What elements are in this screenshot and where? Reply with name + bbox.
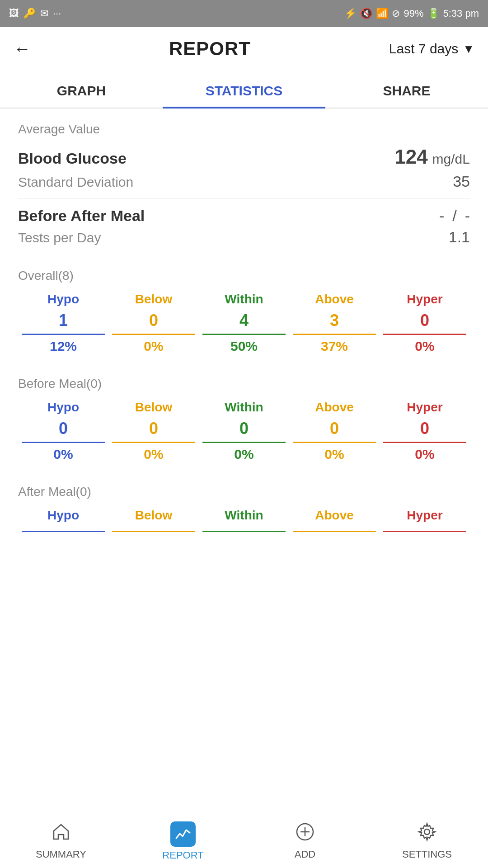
divider-1: [18, 198, 470, 199]
nav-item-add[interactable]: ADD: [244, 822, 366, 860]
stats-category-label: Within: [225, 508, 263, 523]
period-selector[interactable]: Last 7 days ▼: [389, 41, 474, 57]
stats-col-below: Below: [108, 508, 199, 536]
stats-category-label: Hypo: [47, 292, 79, 307]
nav-add-label: ADD: [295, 849, 315, 860]
no-signal-icon: ⊘: [392, 8, 400, 19]
blood-glucose-value-group: 124 mg/dL: [394, 146, 470, 168]
nav-settings-label: SETTINGS: [402, 849, 452, 860]
before-after-values: - / -: [439, 207, 470, 225]
tab-graph[interactable]: GRAPH: [0, 71, 163, 108]
mail-icon: ✉: [40, 8, 48, 19]
header: ← REPORT Last 7 days ▼: [0, 27, 488, 71]
stats-count-value: 4: [202, 311, 286, 335]
wifi-icon: 📶: [376, 8, 388, 19]
before-after-meal-label: Before After Meal: [18, 207, 145, 225]
stats-col-hyper: Hyper00%: [380, 292, 470, 354]
tab-share[interactable]: SHARE: [325, 71, 488, 108]
bottom-navigation: SUMMARY REPORT ADD SETTINGS: [0, 814, 488, 868]
status-bar-right: ⚡ 🔇 📶 ⊘ 99% 🔋 5:33 pm: [344, 8, 479, 19]
stats-category-label: Within: [225, 400, 263, 415]
std-dev-row: Standard Deviation 35: [18, 173, 470, 190]
stats-count-value: [202, 527, 286, 532]
stats-count-value: [293, 527, 376, 532]
stats-category-label: Above: [315, 400, 354, 415]
stats-col-within: Within00%: [199, 400, 289, 462]
before-meal-title: Before Meal(0): [18, 377, 470, 391]
stats-pct-value: 37%: [321, 339, 348, 354]
blood-glucose-value: 124: [394, 146, 427, 168]
nav-report-label: REPORT: [162, 849, 203, 861]
chevron-down-icon: ▼: [463, 42, 474, 56]
stats-col-above: Above00%: [289, 400, 380, 462]
key-icon: 🔑: [23, 8, 36, 19]
nav-item-settings[interactable]: SETTINGS: [366, 822, 488, 860]
home-icon: [51, 822, 71, 846]
after-meal-title: After Meal(0): [18, 485, 470, 499]
stats-count-value: 0: [202, 419, 286, 443]
stats-count-value: 1: [22, 311, 105, 335]
stats-col-within: Within: [199, 508, 289, 536]
stats-pct-value: 50%: [230, 339, 258, 354]
nav-item-report[interactable]: REPORT: [122, 821, 244, 861]
stats-category-label: Above: [315, 292, 354, 307]
stats-col-hypo: Hypo112%: [18, 292, 108, 354]
after-meal-value: -: [465, 207, 470, 225]
nav-item-summary[interactable]: SUMMARY: [0, 822, 122, 860]
stats-pct-value: 0%: [415, 447, 434, 462]
tests-per-day-value: 1.1: [449, 228, 470, 246]
page-title: REPORT: [169, 38, 251, 60]
nav-summary-label: SUMMARY: [36, 849, 86, 860]
stats-category-label: Below: [135, 292, 172, 307]
stats-category-label: Within: [225, 292, 263, 307]
overall-grid: Hypo112%Below00%Within450%Above337%Hyper…: [18, 292, 470, 354]
before-after-meal-row: Before After Meal - / -: [18, 207, 470, 225]
stats-count-value: 0: [22, 419, 105, 443]
after-meal-grid: HypoBelowWithinAboveHyper: [18, 508, 470, 536]
stats-count-value: 0: [383, 419, 466, 443]
status-bar-left: 🖼 🔑 ✉ ···: [9, 8, 61, 19]
gear-icon: [417, 822, 437, 846]
blood-glucose-unit: mg/dL: [432, 151, 470, 167]
tests-per-day-label: Tests per Day: [18, 230, 101, 245]
before-meal-value: -: [439, 207, 444, 225]
blood-glucose-row: Blood Glucose 124 mg/dL: [18, 146, 470, 168]
tab-statistics[interactable]: STATISTICS: [163, 71, 325, 108]
period-label: Last 7 days: [389, 41, 458, 57]
stats-col-above: Above: [289, 508, 380, 536]
separator: /: [452, 207, 456, 225]
avg-section-title: Average Value: [18, 122, 470, 137]
stats-count-value: [22, 527, 105, 532]
report-icon-box: [170, 821, 196, 847]
overall-title: Overall(8): [18, 269, 470, 283]
bluetooth-icon: ⚡: [344, 8, 357, 19]
average-value-section: Average Value Blood Glucose 124 mg/dL St…: [18, 122, 470, 246]
stats-col-hyper: Hyper: [380, 508, 470, 536]
before-meal-grid: Hypo00%Below00%Within00%Above00%Hyper00%: [18, 400, 470, 462]
stats-category-label: Hyper: [407, 400, 442, 415]
stats-count-value: 0: [383, 311, 466, 335]
stats-pct-value: 0%: [324, 447, 344, 462]
stats-category-label: Hypo: [47, 400, 79, 415]
content-area: Average Value Blood Glucose 124 mg/dL St…: [0, 108, 488, 631]
clock: 5:33 pm: [443, 8, 479, 19]
stats-category-label: Below: [135, 508, 172, 523]
svg-point-3: [424, 829, 430, 835]
back-button[interactable]: ←: [14, 39, 31, 59]
stats-count-value: 0: [112, 419, 195, 443]
stats-pct-value: 12%: [50, 339, 77, 354]
stats-category-label: Hyper: [407, 292, 442, 307]
add-icon: [295, 822, 315, 846]
stats-col-hypo: Hypo00%: [18, 400, 108, 462]
stats-col-within: Within450%: [199, 292, 289, 354]
image-icon: 🖼: [9, 8, 19, 19]
stats-pct-value: 0%: [234, 447, 253, 462]
std-dev-label: Standard Deviation: [18, 175, 133, 190]
before-meal-section: Before Meal(0) Hypo00%Below00%Within00%A…: [18, 377, 470, 462]
stats-col-hyper: Hyper00%: [380, 400, 470, 462]
stats-col-below: Below00%: [108, 292, 199, 354]
status-bar: 🖼 🔑 ✉ ··· ⚡ 🔇 📶 ⊘ 99% 🔋 5:33 pm: [0, 0, 488, 27]
stats-category-label: Above: [315, 508, 354, 523]
tab-bar: GRAPH STATISTICS SHARE: [0, 71, 488, 108]
stats-pct-value: 0%: [144, 447, 163, 462]
